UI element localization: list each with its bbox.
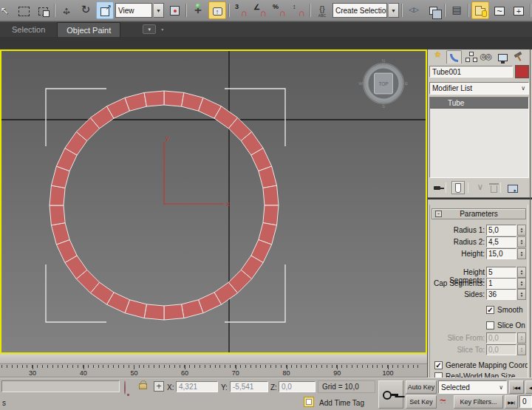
edit-named-selection-sets-button[interactable] [313,1,331,19]
set-key-button[interactable]: Set Key [406,395,437,409]
tube-segment[interactable] [263,205,279,225]
time-slider[interactable] [0,354,427,364]
window-crossing-toggle-button[interactable] [34,1,52,19]
align-button[interactable] [424,1,442,19]
modifier-stack-listbox[interactable]: Tube [429,97,529,178]
key-filters-button[interactable]: Key Filters... [454,395,503,409]
spinner-control[interactable]: ▲▼ [517,278,526,289]
isolate-selection-toggle[interactable] [124,381,126,394]
spinner-control[interactable]: ▲▼ [517,225,526,236]
tube-segment[interactable] [144,304,164,320]
selected-set-dropdown[interactable]: Selected ∨ [438,380,507,394]
param-value-field[interactable]: 15,0 [486,248,516,259]
chevron-down-icon[interactable]: ▼ [389,3,399,18]
ruler-tick [12,365,13,368]
select-and-move-button[interactable] [58,1,75,19]
viewport-canvas[interactable]: yxTOPNESW [1,51,426,352]
select-and-rotate-icon [80,4,92,16]
3ds-max-window: View▼Create Selection Se▼ SelectionObjec… [0,0,532,410]
curve-editor-button[interactable] [491,1,508,19]
selection-lock-toggle[interactable] [139,379,147,392]
param-value-field[interactable]: 36 [486,289,516,300]
ruler-tick [306,365,307,368]
go-to-start-button[interactable]: |◀◀ [509,380,524,394]
current-frame-field[interactable]: 0 [519,395,532,408]
modifier-list-dropdown[interactable]: Modifier List ∨ [429,82,529,95]
param-value-field[interactable]: 5,0 [486,225,516,236]
command-panel-tab-utilities[interactable] [511,50,527,64]
command-panel-tab-motion[interactable] [479,50,494,64]
object-color-swatch[interactable] [515,65,529,78]
go-to-end-button[interactable]: ▶▶| [505,395,518,409]
spinner-control[interactable]: ▲▼ [517,267,526,278]
spinner-control[interactable]: ▲▼ [517,289,526,300]
tube-segment[interactable] [164,91,184,106]
ribbon-tab-selection[interactable]: Selection [3,22,54,37]
absolute-offset-mode-toggle[interactable] [154,381,164,394]
remove-modifier-button[interactable] [487,181,500,194]
scene-explorer-toggle-button[interactable] [471,1,489,19]
angle-snap-toggle-button[interactable] [251,1,269,19]
tube-segment[interactable] [144,91,164,106]
set-keys-button[interactable] [378,380,403,409]
ribbon-tab-object-paint[interactable]: Object Paint [57,22,120,37]
status-line-field[interactable] [1,380,120,392]
tube-segment[interactable] [50,205,65,225]
x-coordinate-field[interactable]: 4,321 [176,381,218,392]
command-panel-tab-hierarchy[interactable] [463,50,478,64]
gizmo-x-label: x [226,200,230,208]
auto-key-button[interactable]: Auto Key [406,380,437,394]
param-value-field[interactable]: 5 [486,267,516,278]
spinner-control[interactable]: ▲▼ [517,248,526,259]
z-coordinate-field[interactable]: 0,0 [279,381,316,392]
make-unique-button[interactable] [474,181,487,194]
panel-splitter[interactable] [428,197,532,199]
tube-segment[interactable] [50,185,65,205]
collapse-icon[interactable]: - [435,211,442,217]
spinner-control[interactable]: ▲▼ [517,236,526,247]
tube-segment[interactable] [263,185,279,205]
keyboard-shortcut-override-toggle-button[interactable] [208,1,226,19]
checkbox-slice-on[interactable] [486,321,494,329]
command-panel-tab-modify[interactable] [446,50,462,64]
configure-modifier-sets-icon [508,185,518,193]
modifier-stack-item-tube[interactable]: Tube [430,98,528,109]
checkbox-generate-mapping-coords-[interactable]: ✓ [434,361,443,369]
snaps-toggle-3d-button[interactable] [232,1,250,19]
rectangular-selection-region-button[interactable] [15,1,33,19]
configure-modifier-sets-button[interactable] [506,181,519,194]
track-bar[interactable]: 30405060708090100 [0,365,427,377]
use-pivot-point-center-button[interactable] [166,1,183,19]
adaptive-degradation-toggle[interactable] [304,397,314,410]
add-time-tag[interactable]: Add Time Tag [319,399,364,407]
set-key-filters-curve-toggle[interactable] [438,395,451,409]
select-and-scale-button[interactable] [96,1,114,19]
snaps-toggle-3d-icon [235,4,247,16]
layer-manager-button[interactable] [448,1,466,19]
command-panel-tab-create[interactable] [430,50,446,64]
pin-stack-button[interactable] [432,181,446,194]
y-coordinate-field[interactable]: -5,541 [230,381,268,392]
param-value-field[interactable]: 4,5 [486,236,516,247]
spinner-snap-toggle-button[interactable] [290,1,307,19]
previous-frame-button[interactable]: ◀ [525,380,532,394]
tube-segment[interactable] [164,304,184,320]
reference-coordinate-system-dropdown[interactable]: View [115,3,152,18]
viewport-top[interactable]: yxTOPNESW [0,49,427,354]
named-selection-sets-dropdown[interactable]: Create Selection Se [332,3,387,18]
ribbon-minimize-dropdown[interactable]: ▼ [143,24,156,34]
select-and-rotate-button[interactable] [77,1,95,19]
select-and-manipulate-button[interactable] [189,1,207,19]
select-object-button[interactable] [0,1,13,19]
checkbox-smooth[interactable]: ✓ [486,306,494,314]
schematic-view-button[interactable] [510,1,528,19]
command-panel-tab-display[interactable] [495,50,511,64]
param-value-field[interactable]: 1 [486,278,516,289]
object-name-field[interactable]: Tube001 [429,66,513,78]
chevron-down-icon[interactable]: ▼ [154,3,164,18]
ruler-tick [139,365,140,368]
parameters-rollout-header[interactable]: - Parameters [432,208,526,219]
percent-snap-toggle-button[interactable] [270,1,288,19]
mirror-button[interactable] [405,1,423,19]
show-end-result-button[interactable] [451,181,465,194]
